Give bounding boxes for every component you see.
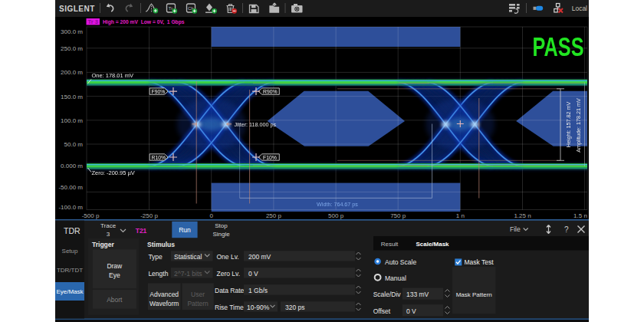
svg-text:Stimulus: Stimulus — [147, 241, 175, 248]
svg-text:-250 p: -250 p — [140, 212, 158, 219]
svg-text:Type: Type — [148, 253, 163, 261]
svg-text:100.0 m: 100.0 m — [61, 117, 83, 124]
svg-text:Zero: -200.95 µV: Zero: -200.95 µV — [91, 169, 134, 176]
svg-text:Trace: Trace — [100, 222, 117, 229]
svg-text:Advanced: Advanced — [150, 291, 179, 298]
svg-text:Auto Scale: Auto Scale — [385, 258, 416, 266]
svg-text:Run: Run — [179, 226, 191, 234]
svg-text:Zero Lv.: Zero Lv. — [217, 270, 241, 278]
svg-text:-500 p: -500 p — [82, 212, 100, 219]
svg-text:File: File — [510, 225, 521, 233]
svg-text:Eye/Mask: Eye/Mask — [56, 288, 84, 295]
svg-text:0 V: 0 V — [248, 270, 258, 278]
svg-text:Stop: Stop — [215, 222, 228, 229]
svg-text:Offset: Offset — [373, 307, 391, 315]
svg-text:Waveform: Waveform — [150, 300, 179, 307]
svg-text:PASS: PASS — [533, 31, 584, 61]
svg-text:?: ? — [564, 225, 569, 234]
svg-text:3: 3 — [107, 231, 110, 238]
svg-text:Manual: Manual — [385, 274, 406, 282]
svg-text:Abort: Abort — [107, 296, 123, 304]
svg-text:Length: Length — [148, 270, 168, 278]
svg-text:320 ps: 320 ps — [285, 304, 305, 311]
svg-text:Jitter: 118.000 ps: Jitter: 118.000 ps — [235, 121, 277, 128]
svg-text:500 p: 500 p — [328, 212, 344, 219]
svg-text:-50.00 m: -50.00 m — [58, 184, 83, 191]
svg-text:Mask Test: Mask Test — [465, 258, 495, 266]
svg-text:10-90%: 10-90% — [247, 304, 270, 311]
svg-text:Pattern: Pattern — [187, 300, 209, 307]
svg-text:TDR: TDR — [64, 226, 80, 235]
svg-text:Tr: Tr — [169, 6, 172, 11]
svg-text:Single: Single — [212, 231, 230, 238]
svg-text:Mask Pattern: Mask Pattern — [456, 291, 492, 298]
svg-text:750 p: 750 p — [390, 212, 406, 219]
svg-text:1.25 n: 1.25 n — [514, 212, 531, 219]
svg-text:50.0 m: 50.0 m — [64, 141, 84, 148]
svg-text:Amplitude: 178.21 mV: Amplitude: 178.21 mV — [575, 98, 582, 153]
svg-text:One Lv.: One Lv. — [217, 253, 239, 261]
svg-text:T21: T21 — [136, 227, 147, 235]
svg-text:Statistical: Statistical — [174, 253, 202, 261]
svg-text:-100.0 m: -100.0 m — [58, 204, 83, 211]
svg-text:User: User — [191, 291, 205, 298]
svg-text:Height: 157.82 mV: Height: 157.82 mV — [565, 102, 572, 148]
svg-text:0: 0 — [209, 212, 213, 219]
svg-text:Scale/Mask: Scale/Mask — [416, 241, 449, 248]
svg-text:1.5 n: 1.5 n — [573, 212, 587, 219]
svg-text:0.000 m: 0.000 m — [61, 163, 83, 169]
svg-text:Setup: Setup — [62, 248, 78, 255]
svg-text:0 V: 0 V — [406, 307, 416, 315]
svg-text:250.0 m: 250.0 m — [61, 45, 83, 52]
svg-text:Width: 764.67 ps: Width: 764.67 ps — [317, 201, 358, 208]
svg-text:150.0 m: 150.0 m — [61, 94, 83, 100]
svg-text:2^7-1 bits: 2^7-1 bits — [174, 270, 202, 278]
svg-text:Scale/Div: Scale/Div — [373, 291, 402, 298]
svg-text:Trigger: Trigger — [92, 241, 115, 248]
svg-text:High = 200 mV Low = 0V, 1 Gb: High = 200 mV Low = 0V, 1 Gbps — [103, 18, 185, 25]
svg-text:Rise Time: Rise Time — [215, 304, 244, 311]
svg-text:Result: Result — [381, 241, 399, 248]
svg-text:250 p: 250 p — [266, 212, 282, 219]
svg-text:TDR/TDT: TDR/TDT — [57, 267, 83, 274]
svg-text:SIGLENT: SIGLENT — [59, 5, 95, 13]
svg-text:Draw: Draw — [107, 262, 123, 270]
svg-text:200 mV: 200 mV — [248, 253, 271, 261]
svg-text:R10%: R10% — [152, 155, 166, 160]
svg-text:F90%: F90% — [152, 89, 166, 94]
svg-text:R90%: R90% — [263, 89, 278, 94]
svg-text:F10%: F10% — [263, 155, 277, 160]
svg-text:Tr 3: Tr 3 — [88, 18, 98, 25]
svg-text:Eye: Eye — [109, 271, 120, 279]
svg-text:200.0 m: 200.0 m — [61, 69, 83, 76]
svg-text:1 n: 1 n — [456, 212, 465, 219]
svg-text:133 mV: 133 mV — [406, 291, 429, 298]
svg-text:300.0 m: 300.0 m — [61, 28, 83, 35]
svg-text:Local: Local — [572, 5, 587, 12]
svg-text:Data Rate: Data Rate — [215, 287, 245, 294]
svg-text:1 Gb/s: 1 Gb/s — [248, 287, 268, 294]
svg-text:One: 178.01 mV: One: 178.01 mV — [91, 72, 133, 79]
